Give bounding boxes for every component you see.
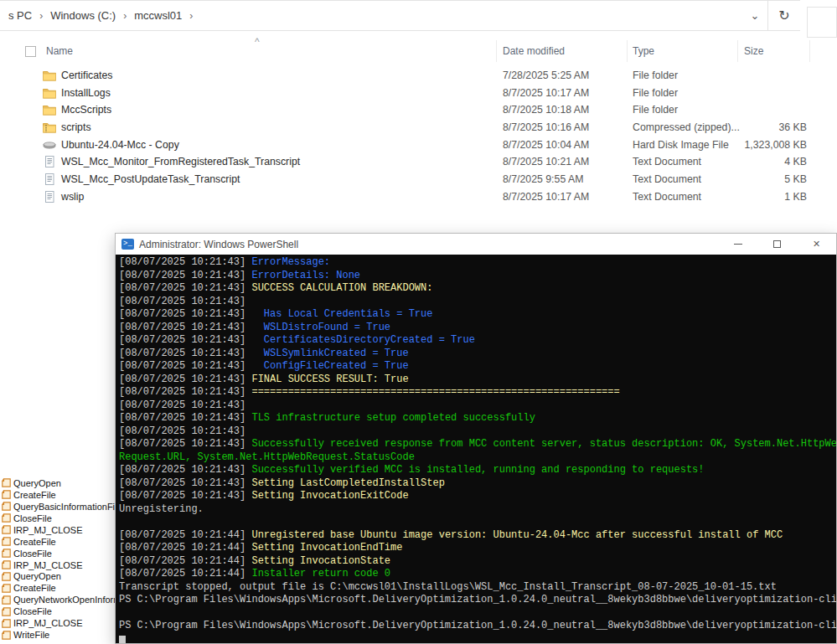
console-text: [08/07/2025 10:21:43]	[119, 386, 251, 398]
console-line: [08/07/2025 10:21:43] Setting LastComple…	[119, 477, 836, 491]
file-row[interactable]: scripts8/7/2025 10:16 AMCompressed (zipp…	[0, 119, 837, 137]
minimize-button[interactable]	[718, 234, 757, 255]
powershell-window[interactable]: >_ Administrator: Windows PowerShell ✕ […	[115, 233, 837, 644]
column-separator	[496, 40, 497, 62]
breadcrumb-item[interactable]: s PC	[7, 9, 34, 22]
console-text: Unregistered base Ubuntu image version: …	[251, 529, 783, 541]
file-operation-icon	[2, 478, 11, 487]
file-size: 5 KB	[731, 173, 807, 185]
folder-icon	[43, 70, 56, 81]
file-row[interactable]: WSL_Mcc_PostUpdateTask_Transcript8/7/202…	[0, 171, 837, 188]
console-text: [08/07/2025 10:21:43]	[119, 256, 251, 268]
procmon-operation-label: CloseFile	[13, 606, 52, 616]
console-text: [08/07/2025 10:21:43]	[119, 477, 251, 489]
file-row[interactable]: InstallLogs8/7/2025 10:17 AMFile folder	[0, 85, 837, 102]
console-text: Successfully verified MCC is installed, …	[251, 464, 704, 476]
console-text: [08/07/2025 10:21:43]	[119, 348, 251, 359]
column-header-type[interactable]: Type	[633, 45, 654, 57]
console-text: [08/07/2025 10:21:43]	[119, 374, 251, 385]
procmon-operation-label: IRP_MJ_CLOSE	[13, 618, 83, 628]
file-row[interactable]: Ubuntu-24.04-Mcc - Copy8/7/2025 10:04 AM…	[0, 137, 837, 154]
console-line: [08/07/2025 10:21:43] TLS infrastructure…	[119, 412, 836, 425]
breadcrumb-item[interactable]: Windows (C:)	[49, 9, 117, 22]
folder-icon	[43, 104, 56, 116]
console-text: ConfigFileCreated = True	[251, 360, 408, 372]
console-line: [08/07/2025 10:21:43] ConfigFileCreated …	[119, 360, 836, 374]
console-line: [08/07/2025 10:21:44] Unregistered base …	[119, 529, 836, 543]
search-box[interactable]	[807, 7, 837, 38]
file-name: scripts	[61, 121, 91, 133]
console-line: [08/07/2025 10:21:43] WSLDistroFound = T…	[119, 322, 836, 335]
breadcrumb: s PC›Windows (C:)›mccwsl01›	[7, 1, 199, 30]
console-text: [08/07/2025 10:21:43]	[119, 322, 251, 333]
column-header-name[interactable]: Name	[46, 45, 73, 57]
procmon-operation-label: IRP_MJ_CLOSE	[13, 525, 83, 535]
console-line: [08/07/2025 10:21:43] Successfully recei…	[119, 438, 836, 451]
procmon-operation-label: CreateFile	[13, 537, 56, 547]
file-name: Certificates	[61, 70, 113, 81]
console-line: [08/07/2025 10:21:44] Setting Invocation…	[119, 542, 836, 555]
address-bar[interactable]: s PC›Windows (C:)›mccwsl01› ⌄ ↻	[0, 0, 800, 31]
procmon-operation-label: WriteFile	[13, 630, 49, 640]
console-cursor	[119, 636, 126, 643]
console-text: [08/07/2025 10:21:43]	[119, 438, 251, 450]
file-date-modified: 8/7/2025 9:55 AM	[503, 173, 583, 185]
file-operation-icon	[2, 525, 11, 534]
console-line: [08/07/2025 10:21:44] Installer return c…	[119, 568, 836, 581]
file-row[interactable]: Certificates7/28/2025 5:25 AMFile folder	[0, 67, 837, 85]
console-text: [08/07/2025 10:21:43]	[119, 334, 251, 346]
close-button[interactable]: ✕	[797, 234, 836, 255]
console-text: ErrorMessage:	[251, 256, 330, 268]
console-text: WSLSymlinkCreated = True	[251, 348, 408, 359]
breadcrumb-item[interactable]: mccwsl01	[132, 9, 183, 22]
console-text: [08/07/2025 10:21:43]	[119, 490, 251, 502]
console-text: SUCCESS CALCULATION BREAKDOWN:	[251, 282, 432, 294]
console-line: [08/07/2025 10:21:43] ErrorDetails: None	[119, 270, 836, 283]
file-row[interactable]: MccScripts8/7/2025 10:18 AMFile folder	[0, 101, 837, 119]
file-size: 1 KB	[731, 191, 807, 203]
file-date-modified: 7/28/2025 5:25 AM	[503, 70, 589, 81]
console-text: PS C:\Program Files\WindowsApps\Microsof…	[119, 620, 836, 631]
file-row[interactable]: wslip8/7/2025 10:17 AMText Document1 KB	[0, 188, 837, 206]
column-header-size[interactable]: Size	[744, 45, 763, 57]
refresh-button[interactable]: ↻	[767, 1, 800, 30]
maximize-button[interactable]	[757, 234, 797, 255]
console-line: PS C:\Program Files\WindowsApps\Microsof…	[119, 620, 836, 633]
select-all-checkbox[interactable]	[25, 46, 36, 57]
zip-icon	[43, 121, 56, 133]
console-text: Request.URL, System.Net.HttpWebRequest.S…	[119, 451, 415, 463]
console-text: [08/07/2025 10:21:44]	[119, 529, 251, 541]
file-name: Ubuntu-24.04-Mcc - Copy	[61, 139, 179, 151]
console-line: Request.URL, System.Net.HttpWebRequest.S…	[119, 451, 836, 465]
column-header-date-modified[interactable]: Date modified	[503, 45, 565, 57]
powershell-titlebar[interactable]: >_ Administrator: Windows PowerShell ✕	[116, 234, 836, 255]
console-text: Has Local Credentials = True	[251, 308, 432, 320]
procmon-operation-label: CloseFile	[13, 549, 52, 559]
file-name: WSL_Mcc_PostUpdateTask_Transcript	[61, 173, 240, 185]
column-separator	[737, 40, 738, 62]
console-text: Setting InvocationState	[251, 555, 390, 567]
console-text: ========================================…	[251, 386, 619, 398]
console-line: [08/07/2025 10:21:43] FINAL SUCCESS RESU…	[119, 374, 836, 387]
file-type: Compressed (zipped)...	[633, 121, 740, 133]
file-operation-icon	[2, 631, 11, 640]
file-date-modified: 8/7/2025 10:18 AM	[503, 104, 589, 116]
console-text: [08/07/2025 10:21:43]	[119, 308, 251, 320]
breadcrumb-separator-icon: ›	[117, 10, 132, 22]
file-operation-icon	[2, 607, 11, 616]
procmon-operation-label: QueryOpen	[13, 478, 61, 488]
chevron-down-icon[interactable]: ⌄	[744, 1, 766, 30]
file-size: 4 KB	[731, 156, 807, 167]
file-name: WSL_Mcc_Monitor_FromRegisteredTask_Trans…	[61, 156, 300, 167]
console-line: [08/07/2025 10:21:43]	[119, 425, 836, 439]
powershell-console[interactable]: [08/07/2025 10:21:43] ErrorMessage:[08/0…	[116, 255, 836, 643]
file-row[interactable]: WSL_Mcc_Monitor_FromRegisteredTask_Trans…	[0, 153, 837, 171]
console-text: Successfully received response from MCC …	[251, 438, 836, 450]
console-line: [08/07/2025 10:21:44] Setting Invocation…	[119, 555, 836, 569]
console-text: [08/07/2025 10:21:43]	[119, 270, 251, 281]
refresh-icon: ↻	[778, 8, 789, 23]
file-type: File folder	[633, 70, 678, 81]
file-date-modified: 8/7/2025 10:17 AM	[503, 191, 589, 203]
console-text: [08/07/2025 10:21:44]	[119, 542, 251, 554]
console-text: CertificatesDirectoryCreated = True	[251, 334, 474, 346]
